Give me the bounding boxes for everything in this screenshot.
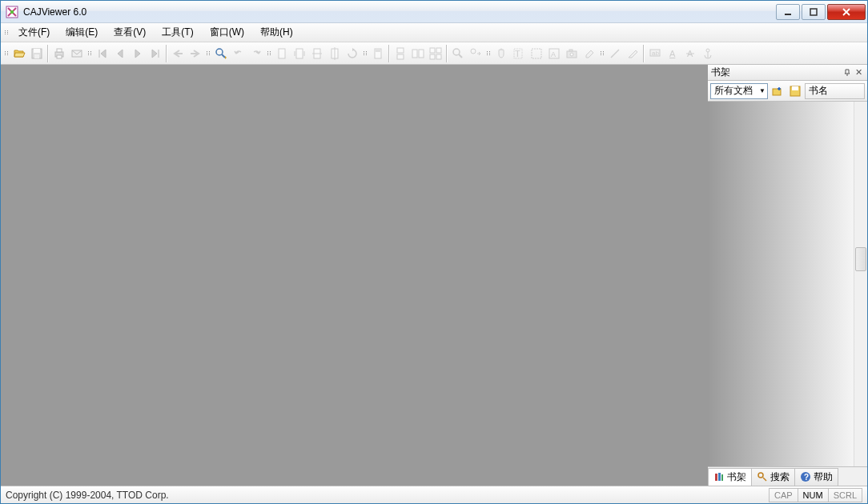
window-controls xyxy=(776,4,866,20)
svg-rect-30 xyxy=(532,49,541,58)
close-button[interactable] xyxy=(827,4,866,20)
page-width-icon[interactable] xyxy=(308,45,326,62)
svg-rect-6 xyxy=(34,54,39,58)
add-folder-icon[interactable] xyxy=(770,83,786,99)
column-header-name[interactable]: 书名 xyxy=(805,83,865,99)
toolbar-grip-5[interactable] xyxy=(363,46,368,61)
highlight-icon[interactable]: A xyxy=(664,45,681,62)
toolbar-sep xyxy=(166,45,167,62)
save-shelf-icon[interactable] xyxy=(787,83,803,99)
pin-icon[interactable] xyxy=(842,67,853,78)
panel-close-icon[interactable]: ✕ xyxy=(853,67,864,78)
menubar: 文件(F) 编辑(E) 查看(V) 工具(T) 窗口(W) 帮助(H) xyxy=(1,23,867,42)
svg-rect-18 xyxy=(397,48,404,53)
forward-icon[interactable] xyxy=(187,45,204,62)
menu-view[interactable]: 查看(V) xyxy=(106,23,154,42)
maximize-button[interactable] xyxy=(802,4,826,20)
select-image-icon[interactable] xyxy=(528,45,545,62)
svg-point-26 xyxy=(453,49,460,55)
app-icon xyxy=(6,6,18,18)
svg-text:A: A xyxy=(551,50,556,58)
menu-help[interactable]: 帮助(H) xyxy=(252,23,301,42)
menu-grip[interactable] xyxy=(4,26,9,40)
page-fit-icon[interactable] xyxy=(291,45,308,62)
scroll-thumb[interactable] xyxy=(855,247,866,271)
bookshelf-icon xyxy=(713,471,725,482)
panel-toolbar: 所有文档 ▼ 书名 xyxy=(708,81,867,102)
toolbar-grip-4[interactable] xyxy=(267,46,271,61)
svg-point-40 xyxy=(706,49,709,52)
svg-text:A: A xyxy=(669,49,676,58)
bookshelf-list[interactable] xyxy=(708,102,854,466)
toolbar-grip-7[interactable] xyxy=(600,46,605,61)
page-actual-icon[interactable] xyxy=(273,45,291,62)
redo-icon[interactable] xyxy=(247,45,265,62)
scrollbar[interactable] xyxy=(854,102,867,466)
strikeout-icon[interactable]: A xyxy=(681,45,699,62)
mail-icon[interactable] xyxy=(68,45,86,62)
anchor-icon[interactable] xyxy=(699,45,717,62)
svg-rect-17 xyxy=(376,50,380,52)
first-page-icon[interactable] xyxy=(94,45,111,62)
panel-body xyxy=(708,102,867,466)
menu-window[interactable]: 窗口(W) xyxy=(202,23,252,42)
prev-page-icon[interactable] xyxy=(111,45,129,62)
svg-rect-13 xyxy=(296,49,303,58)
continuous-facing-icon[interactable] xyxy=(427,45,444,62)
content-area: 书架 ✕ 所有文档 ▼ 书名 书架 xyxy=(1,65,867,486)
print-icon[interactable] xyxy=(50,45,68,62)
find-next-icon[interactable] xyxy=(467,45,484,62)
tab-search[interactable]: 搜索 xyxy=(751,468,795,486)
toolbar-grip-2[interactable] xyxy=(87,46,92,61)
save-icon[interactable] xyxy=(28,45,46,62)
toolbar-sep xyxy=(47,45,49,62)
toolbar-grip-1[interactable] xyxy=(4,46,9,61)
undo-icon[interactable] xyxy=(230,45,247,62)
snapshot-icon[interactable] xyxy=(563,45,581,62)
svg-rect-5 xyxy=(34,49,40,53)
status-copyright: Copyright (C) 1999-2004, TTOD Corp. xyxy=(6,490,770,501)
find-icon[interactable] xyxy=(449,45,467,62)
svg-rect-46 xyxy=(721,474,723,481)
comment-icon[interactable]: ab xyxy=(646,45,664,62)
facing-icon[interactable] xyxy=(409,45,427,62)
svg-rect-22 xyxy=(430,48,435,53)
open-icon[interactable] xyxy=(10,45,28,62)
category-dropdown[interactable]: 所有文档 ▼ xyxy=(710,83,768,99)
zoom-icon[interactable] xyxy=(212,45,230,62)
select-text-icon[interactable]: T xyxy=(510,45,528,62)
toolbar-grip-3[interactable] xyxy=(206,46,211,61)
next-page-icon[interactable] xyxy=(129,45,147,62)
line-icon[interactable] xyxy=(606,45,624,62)
pencil-icon[interactable] xyxy=(624,45,641,62)
svg-rect-1 xyxy=(10,10,14,14)
panel-title: 书架 xyxy=(711,66,842,79)
toolbar-grip-6[interactable] xyxy=(486,46,491,61)
back-icon[interactable] xyxy=(169,45,187,62)
ocr-icon[interactable]: A xyxy=(545,45,563,62)
menu-file[interactable]: 文件(F) xyxy=(10,23,58,42)
svg-text:?: ? xyxy=(804,473,809,482)
tab-bookshelf[interactable]: 书架 xyxy=(708,468,752,486)
last-page-icon[interactable] xyxy=(147,45,164,62)
eraser-icon[interactable] xyxy=(581,45,598,62)
hand-icon[interactable] xyxy=(492,45,510,62)
svg-rect-25 xyxy=(436,54,441,59)
tab-help[interactable]: ? 帮助 xyxy=(794,468,838,486)
single-page-icon[interactable] xyxy=(369,45,387,62)
svg-point-34 xyxy=(570,53,573,56)
menu-tools[interactable]: 工具(T) xyxy=(154,23,201,42)
workspace xyxy=(1,65,707,486)
menu-edit[interactable]: 编辑(E) xyxy=(58,23,106,42)
status-num: NUM xyxy=(798,488,829,502)
svg-rect-43 xyxy=(792,86,798,90)
rotate-icon[interactable] xyxy=(344,45,361,62)
svg-rect-12 xyxy=(279,49,285,58)
continuous-icon[interactable] xyxy=(392,45,409,62)
toolbar: T A ab A A xyxy=(1,42,867,65)
app-window: CAJViewer 6.0 文件(F) 编辑(E) 查看(V) 工具(T) 窗口… xyxy=(0,0,868,504)
svg-text:ab: ab xyxy=(652,50,659,57)
minimize-button[interactable] xyxy=(776,4,800,20)
page-height-icon[interactable] xyxy=(326,45,344,62)
svg-rect-24 xyxy=(430,54,435,59)
